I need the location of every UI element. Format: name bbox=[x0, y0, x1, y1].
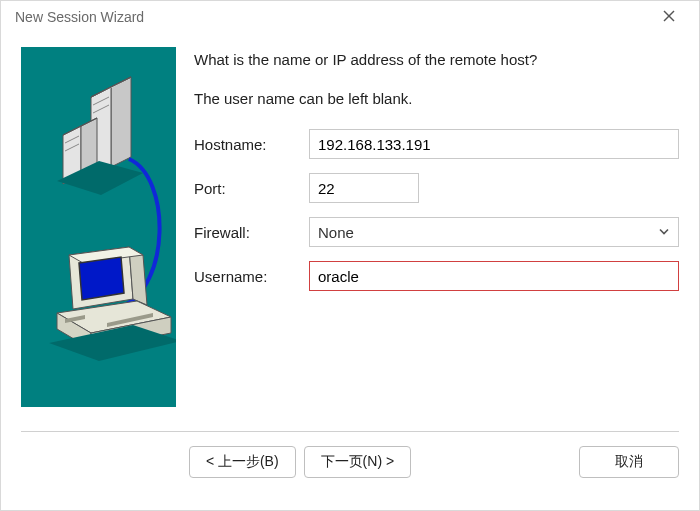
prompt-note: The user name can be left blank. bbox=[194, 90, 679, 107]
port-input[interactable] bbox=[309, 173, 419, 203]
port-label: Port: bbox=[194, 180, 309, 197]
main-area: What is the name or IP address of the re… bbox=[1, 33, 699, 417]
close-button[interactable] bbox=[649, 3, 689, 31]
button-row: < 上一步(B) 下一页(N) > 取消 bbox=[1, 432, 699, 496]
titlebar: New Session Wizard bbox=[1, 1, 699, 33]
cancel-button[interactable]: 取消 bbox=[579, 446, 679, 478]
username-row: Username: bbox=[194, 261, 679, 291]
back-button[interactable]: < 上一步(B) bbox=[189, 446, 296, 478]
network-computer-icon bbox=[21, 47, 176, 407]
username-label: Username: bbox=[194, 268, 309, 285]
svg-marker-2 bbox=[111, 77, 131, 167]
next-button[interactable]: 下一页(N) > bbox=[304, 446, 412, 478]
window-title: New Session Wizard bbox=[15, 9, 649, 25]
hostname-input[interactable] bbox=[309, 129, 679, 159]
svg-marker-21 bbox=[79, 257, 124, 300]
chevron-down-icon bbox=[658, 224, 670, 241]
nav-buttons: < 上一步(B) 下一页(N) > bbox=[21, 446, 579, 478]
wizard-illustration bbox=[21, 47, 176, 407]
hostname-row: Hostname: bbox=[194, 129, 679, 159]
close-icon bbox=[663, 9, 675, 25]
firewall-row: Firewall: None bbox=[194, 217, 679, 247]
username-input[interactable] bbox=[309, 261, 679, 291]
port-row: Port: bbox=[194, 173, 679, 203]
content-area: What is the name or IP address of the re… bbox=[1, 33, 699, 510]
prompt-question: What is the name or IP address of the re… bbox=[194, 51, 679, 68]
firewall-select[interactable]: None bbox=[309, 217, 679, 247]
firewall-value: None bbox=[318, 224, 354, 241]
hostname-label: Hostname: bbox=[194, 136, 309, 153]
form-area: What is the name or IP address of the re… bbox=[194, 47, 679, 407]
firewall-label: Firewall: bbox=[194, 224, 309, 241]
